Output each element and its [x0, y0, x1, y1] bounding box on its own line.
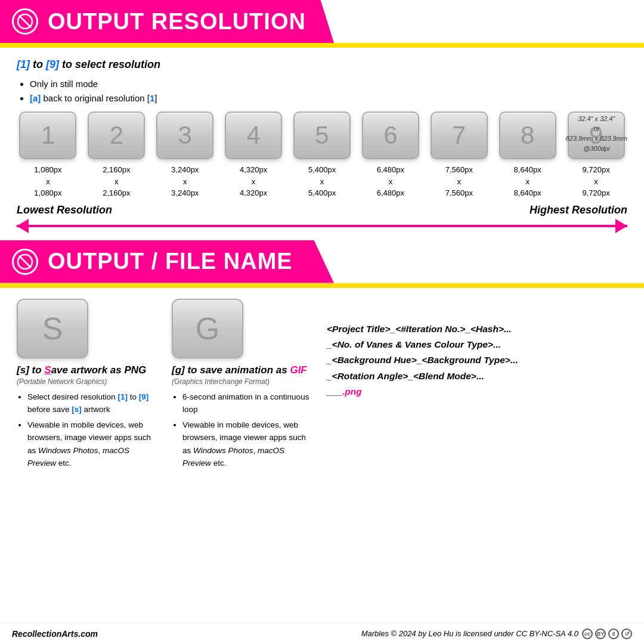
key-item-8: 8 8,640pxx8,640px [496, 112, 559, 199]
key-button-4: 4 [225, 112, 282, 159]
key-label-3: 3,240pxx3,240px [171, 164, 199, 199]
key-label-8: 8,640pxx8,640px [514, 164, 541, 199]
filename-line-0: <Project Title>_<#Iteration No.>_<Hash>.… [327, 321, 627, 337]
col-g-bullet: 6-second animation in a continuous loop [182, 391, 315, 416]
highest-resolution-label: Highest Resolution [530, 204, 627, 216]
bracket-1: [1] [17, 58, 30, 70]
arrow-line-wrapper [17, 219, 627, 233]
col-g-bullet: Viewable in mobile devices, web browsers… [182, 419, 315, 470]
bottom-content-area: S [s] to Save artwork as PNG (Portable N… [0, 288, 644, 473]
col-g-subtitle: (Graphics Interchange Format) [172, 377, 315, 386]
col-s: S [s] to Save artwork as PNG (Portable N… [17, 299, 160, 473]
col-g-title: [g] to save animation as GIF [172, 364, 315, 376]
key-grid-wrapper: 32.4" x 32.4" or 823.9mm x 823.9mm @300d… [17, 112, 627, 199]
key-button-1: 1 [19, 112, 76, 159]
bullet-2: [a] back to original resolution [1] [30, 91, 627, 106]
arrow-section: Lowest Resolution Highest Resolution [17, 204, 627, 233]
key-button-2: 2 [88, 112, 145, 159]
col-filename: <Project Title>_<#Iteration No.>_<Hash>.… [327, 299, 627, 473]
key-button-6: 6 [362, 112, 419, 159]
arrow-labels: Lowest Resolution Highest Resolution [17, 204, 627, 216]
filename-line-3: _<Rotation Angle>_<Blend Mode>... [327, 369, 627, 384]
top-yellow-bar [0, 43, 644, 48]
key-button-8: 8 [499, 112, 556, 159]
bullet-1: Only in still mode [30, 77, 627, 91]
key-label-6: 6,480pxx6,480px [377, 164, 404, 199]
sa-icon: ↺ [621, 628, 632, 639]
key-label-2: 2,160pxx2,160px [103, 164, 130, 199]
bottom-header-icon [12, 249, 38, 275]
footer-left: RecollectionArts.com [12, 629, 98, 639]
key-item-1: 1 1,080pxx1,080px [17, 112, 79, 199]
key-a: [a] [30, 93, 41, 103]
key-item-2: 2 2,160pxx2,160px [85, 112, 148, 199]
lowest-resolution-label: Lowest Resolution [17, 204, 112, 216]
key-label-9: 9,720pxx9,720px [582, 164, 609, 199]
footer-right: Marbles © 2024 by Leo Hu is licensed und… [361, 628, 632, 639]
key-1-ref: 1 [150, 93, 154, 103]
key-g-button: G [172, 299, 243, 358]
col-g: G [g] to save animation as GIF (Graphics… [172, 299, 315, 473]
key-item-5: 5 5,400pxx5,400px [291, 112, 354, 199]
key-item-4: 4 4,320pxx4,320px [222, 112, 285, 199]
footer-copyright-text: Marbles © 2024 by Leo Hu is licensed und… [361, 629, 578, 638]
key-label-1: 1,080pxx1,080px [34, 164, 61, 199]
col-s-bullets: Select desired resolution [1] to [9] bef… [17, 391, 160, 470]
key-label-5: 5,400pxx5,400px [308, 164, 336, 199]
top-section-header: OUTPUT RESOLUTION [0, 0, 334, 43]
key-grid: 1 1,080pxx1,080px 2 2,160pxx2,160px 3 3,… [17, 112, 627, 199]
col-s-bullet: Select desired resolution [1] to [9] bef… [27, 391, 160, 416]
key-item-6: 6 6,480pxx6,480px [359, 112, 422, 199]
top-content-area: [1] to [9] to select resolution Only in … [0, 48, 644, 199]
arrow-right-head [615, 219, 627, 233]
filename-line-1: _<No. of Vanes & Vanes Colour Type>... [327, 337, 627, 352]
key-label-7: 7,560pxx7,560px [445, 164, 473, 199]
by-icon: BY [595, 628, 606, 639]
svg-line-3 [19, 256, 31, 268]
svg-line-1 [19, 16, 31, 27]
instructions-title: [1] to [9] to select resolution [17, 58, 627, 71]
filename-line-4: ___.png [327, 384, 627, 400]
filename-block: <Project Title>_<#Iteration No.>_<Hash>.… [327, 321, 627, 400]
footer-icons: cc BY $ ↺ [582, 628, 632, 639]
nc-icon: $ [608, 628, 619, 639]
instructions-list: Only in still mode [a] back to original … [17, 77, 627, 106]
bottom-header-wrap: OUTPUT / FILE NAME [0, 240, 644, 288]
bracket-9: [9] [46, 58, 59, 70]
top-header-icon [12, 8, 38, 35]
key-button-3: 3 [156, 112, 213, 159]
col-s-title: [s] to Save artwork as PNG [17, 364, 160, 376]
col-g-bullets: 6-second animation in a continuous loopV… [172, 391, 315, 470]
key-item-7: 7 7,560pxx7,560px [428, 112, 490, 199]
key-s-button: S [17, 299, 88, 358]
col-s-subtitle: (Portable Network Graphics) [17, 377, 160, 386]
bottom-section-header: OUTPUT / FILE NAME [0, 240, 334, 283]
bottom-yellow-bar [0, 283, 644, 288]
key-item-3: 3 3,240pxx3,240px [154, 112, 216, 199]
filename-line-2: _<Background Hue>_<Background Type>... [327, 352, 627, 368]
col-s-bullet: Viewable in mobile devices, web browsers… [27, 419, 160, 470]
cc-icon: cc [582, 628, 593, 639]
top-header-title: OUTPUT RESOLUTION [48, 9, 306, 35]
key-label-4: 4,320pxx4,320px [240, 164, 267, 199]
arrow-line [17, 225, 627, 227]
footer: RecollectionArts.com Marbles © 2024 by L… [0, 623, 644, 644]
key-button-7: 7 [431, 112, 488, 159]
key-button-5: 5 [293, 112, 351, 159]
size-note: 32.4" x 32.4" or 823.9mm x 823.9mm @300d… [566, 114, 627, 153]
bottom-header-title: OUTPUT / FILE NAME [48, 249, 293, 274]
